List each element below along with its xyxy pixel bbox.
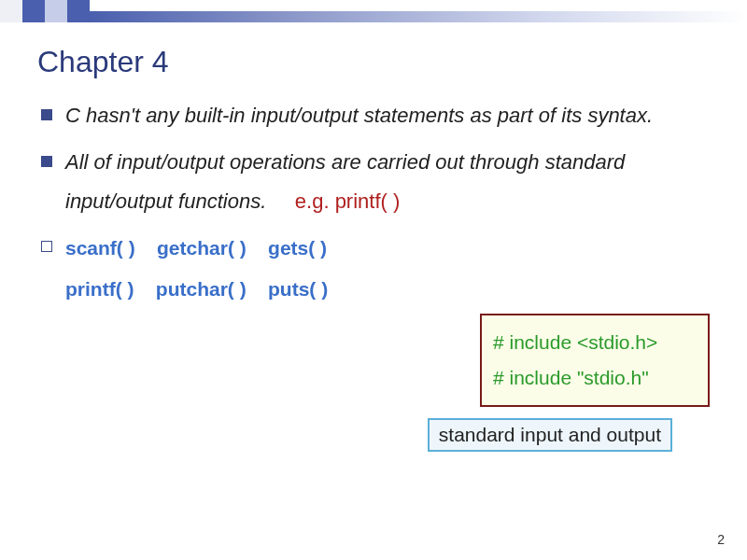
page-number: 2 [717, 532, 725, 547]
square-bullet-icon [41, 156, 52, 167]
header-decoration [0, 0, 747, 22]
fn-puts: puts( ) [268, 278, 328, 300]
bullet-item: All of input/output operations are carri… [41, 143, 721, 221]
bullet-text: All of input/output operations are carri… [65, 143, 721, 221]
example-text: e.g. printf( ) [295, 189, 400, 213]
fn-getchar: getchar( ) [157, 237, 247, 259]
square-bullet-icon [41, 109, 52, 120]
page-title: Chapter 4 [37, 45, 747, 79]
fn-printf: printf( ) [65, 278, 134, 300]
bullet-item: scanf( ) getchar( ) gets( ) printf( ) pu… [41, 228, 721, 310]
fn-scanf: scanf( ) [65, 237, 135, 259]
square-bullet-icon [41, 241, 52, 252]
bullet-text: C hasn't any built-in input/output state… [65, 96, 721, 135]
include-line: # include "stdio.h" [493, 360, 697, 396]
stdio-label-box: standard input and output [428, 418, 672, 452]
bullet-item: C hasn't any built-in input/output state… [41, 96, 721, 135]
fn-putchar: putchar( ) [156, 278, 247, 300]
include-line: # include <stdio.h> [493, 325, 697, 360]
fn-gets: gets( ) [268, 237, 327, 259]
slide-content: C hasn't any built-in input/output state… [0, 96, 747, 311]
function-list: scanf( ) getchar( ) gets( ) printf( ) pu… [65, 228, 328, 310]
include-callout: # include <stdio.h> # include "stdio.h" [480, 314, 710, 407]
